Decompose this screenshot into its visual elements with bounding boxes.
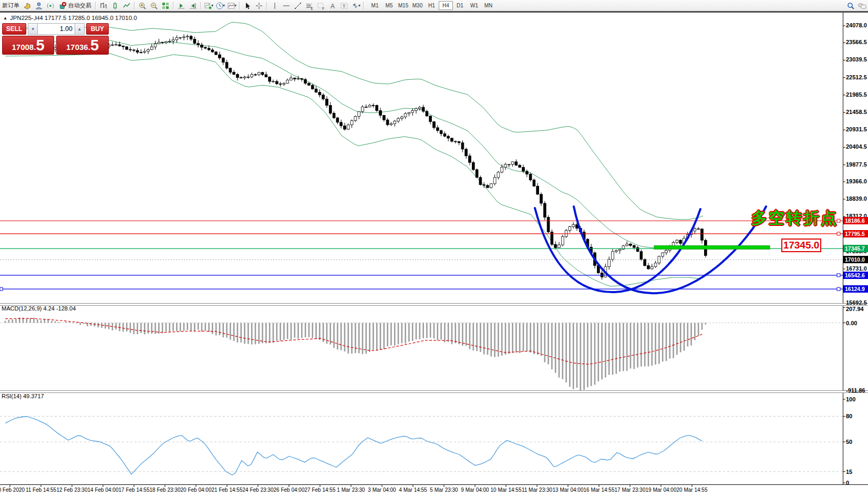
bar-chart-icon[interactable] [98, 1, 109, 11]
crosshair-icon[interactable] [253, 1, 265, 11]
rsi-label: RSI(14) 49.3717 [2, 393, 44, 399]
support-bar-annotation[interactable] [654, 246, 770, 250]
svg-text:T: T [343, 3, 346, 8]
equidistant-channel-icon[interactable]: E [304, 1, 315, 11]
timeframe-button-d1[interactable]: D1 [453, 1, 467, 10]
cursor-icon[interactable] [242, 1, 253, 11]
buy-price-button[interactable]: 17036.5 [56, 36, 109, 55]
timeframe-button-m15[interactable]: M15 [396, 1, 410, 10]
macd-panel-separator[interactable] [0, 303, 868, 306]
tile-windows-icon[interactable] [160, 1, 171, 11]
chat-icon[interactable] [856, 1, 868, 11]
timeframe-button-m30[interactable]: M30 [410, 1, 425, 10]
auto-trading-button-label: 自动交易 [68, 2, 91, 9]
chart-stack-icon[interactable] [22, 1, 33, 11]
volume-decrease-button[interactable]: ▼ [28, 23, 38, 35]
toolbar: 新订单自动交易▾▾▾EFAT▾M1M5M15M30H1H4D1W1MN [0, 0, 868, 11]
toolbar-separator [134, 2, 135, 9]
chart-title: JPN225-,H4 17177.5 17285.0 16945.0 17010… [10, 15, 137, 21]
volume-increase-button[interactable]: ▲ [75, 23, 85, 35]
volume-input[interactable] [38, 23, 75, 35]
sell-price-frac: 5 [36, 38, 44, 53]
buy-price-main: 17036 [66, 42, 88, 53]
bollinger-bands [5, 22, 703, 286]
text-icon[interactable]: A [327, 1, 338, 11]
line-chart-icon[interactable] [121, 1, 132, 11]
buy-button[interactable]: BUY [86, 23, 109, 35]
dropdown-arrow-icon[interactable]: ▾ [211, 3, 213, 8]
macd-label: MACD(12,26,9) 4.24 -128.04 [2, 305, 76, 312]
macd-histogram [5, 317, 706, 390]
price-callout-box[interactable]: 17345.0 [781, 239, 821, 252]
signal-icon[interactable] [45, 1, 56, 11]
new-order-button-label: 新订单 [2, 2, 19, 9]
zoom-out-icon[interactable] [148, 1, 160, 11]
horizontal-level-lines[interactable] [0, 219, 843, 291]
indicators-icon[interactable]: ▾ [203, 1, 214, 11]
chart-title-bar: ▲ JPN225-,H4 17177.5 17285.0 16945.0 170… [3, 15, 137, 21]
fibonacci-icon[interactable]: F [315, 1, 327, 11]
dropdown-arrow-icon[interactable]: ▾ [234, 3, 236, 8]
profile-icon[interactable] [33, 1, 45, 11]
sell-button[interactable]: SELL [2, 23, 26, 35]
one-click-trade-panel: SELL ▼ ▲ BUY 17008.5 17036.5 [2, 23, 109, 55]
search-icon[interactable] [845, 1, 856, 11]
dropdown-arrow-icon[interactable]: ▾ [358, 3, 360, 8]
timeframe-button-mn[interactable]: MN [481, 1, 495, 10]
dropdown-arrow-icon[interactable]: ▾ [223, 3, 225, 8]
zoom-in-icon[interactable] [137, 1, 148, 11]
new-order-button[interactable]: 新订单 [0, 1, 22, 11]
rsi-line [5, 417, 702, 475]
timeframe-toolbar: M1M5M15M30H1H4D1W1MN [368, 1, 495, 10]
buy-price-frac: 5 [90, 38, 99, 53]
toolbar-separator [95, 2, 96, 9]
toolbar-bottom-strip [0, 11, 868, 13]
timeframe-button-h1[interactable]: H1 [425, 1, 439, 10]
toolbar-separator [239, 2, 240, 9]
time-axis[interactable] [0, 484, 868, 497]
line-anchor-handle[interactable] [0, 287, 3, 291]
chart-shift-icon[interactable] [187, 1, 199, 11]
sell-price-button[interactable]: 17008.5 [2, 36, 54, 55]
svg-text:F: F [323, 6, 325, 10]
timeframe-button-h4[interactable]: H4 [439, 1, 453, 10]
cup-arc-annotations[interactable] [535, 206, 766, 293]
templates-icon[interactable]: ▾ [226, 1, 237, 11]
text-label-icon[interactable]: T [338, 1, 350, 11]
candlestick-chart-icon[interactable] [109, 1, 121, 11]
sell-price-main: 17008 [12, 42, 34, 53]
toolbar-separator [266, 2, 267, 9]
price-scale[interactable] [843, 13, 868, 484]
periods-icon[interactable]: ▾ [214, 1, 226, 11]
toolbar-separator [173, 2, 174, 9]
svg-text:E: E [311, 6, 314, 10]
auto-scroll-icon[interactable] [175, 1, 187, 11]
trendline-icon[interactable] [292, 1, 304, 11]
candlesticks[interactable] [4, 34, 707, 279]
horizontal-line-icon[interactable] [281, 1, 292, 11]
timeframe-button-m1[interactable]: M1 [368, 1, 382, 10]
timeframe-button-m5[interactable]: M5 [382, 1, 396, 10]
vertical-line-icon[interactable] [269, 1, 281, 11]
toolbar-separator [363, 2, 364, 9]
rsi-panel-separator[interactable] [0, 390, 868, 393]
turning-point-annotation[interactable]: 多空转折点 [751, 208, 838, 229]
toolbar-separator [200, 2, 201, 9]
collapse-triangle-icon[interactable]: ▲ [3, 16, 7, 20]
arrows-icon[interactable]: ▾ [350, 1, 361, 11]
svg-text:A: A [330, 2, 335, 9]
auto-trading-button[interactable]: 自动交易 [56, 1, 94, 11]
timeframe-button-w1[interactable]: W1 [467, 1, 481, 10]
chart-canvas[interactable] [0, 0, 868, 497]
